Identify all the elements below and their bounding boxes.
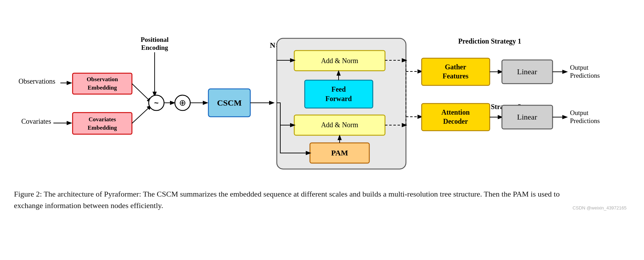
cscm-text: CSCM — [217, 98, 242, 107]
tilde-symbol: ~ — [154, 99, 158, 107]
architecture-diagram: Observations Covariates Observation Embe… — [15, 9, 629, 183]
attention-decoder-box — [422, 104, 490, 131]
output-predictions-bottom: Output — [570, 109, 589, 116]
positional-encoding-label: Positional — [140, 36, 168, 43]
covariates-embedding-text2: Embedding — [87, 124, 117, 131]
attention-decoder-text2: Decoder — [443, 117, 468, 125]
attention-decoder-text: Attention — [441, 108, 469, 116]
gather-features-text: Gather — [445, 63, 466, 71]
covariates-label: Covariates — [21, 117, 51, 125]
feed-forward-text2: Forward — [325, 95, 352, 102]
watermark: CSDN @weixin_43972165 — [572, 205, 627, 211]
observation-embedding-text2: Embedding — [87, 84, 117, 91]
svg-line-2 — [132, 84, 151, 102]
gather-features-text2: Features — [442, 72, 468, 80]
output-predictions-top2: Predictions — [570, 72, 600, 79]
linear-bottom-text: Linear — [517, 113, 537, 121]
add-norm-top-text: Add & Norm — [321, 57, 358, 64]
caption-wrapper: Figure 2: The architecture of Pyraformer… — [14, 185, 630, 211]
linear-top-text: Linear — [517, 67, 537, 76]
figure-caption: Figure 2: The architecture of Pyraformer… — [14, 188, 572, 211]
svg-line-3 — [132, 106, 151, 123]
output-predictions-bottom2: Predictions — [570, 117, 600, 124]
pam-text: PAM — [331, 148, 348, 157]
feed-forward-text: Feed — [331, 85, 346, 93]
feed-forward-box — [305, 80, 373, 108]
positional-encoding-label2: Encoding — [141, 44, 168, 51]
main-container: Observations Covariates Observation Embe… — [0, 0, 644, 260]
observations-label: Observations — [18, 77, 55, 85]
plus-symbol: ⊕ — [179, 98, 186, 107]
gather-features-box — [422, 58, 490, 85]
diagram-area: Observations Covariates Observation Embe… — [14, 7, 630, 185]
output-predictions-top: Output — [570, 64, 589, 71]
prediction-strategy-1-label: Prediction Strategy 1 — [458, 37, 521, 45]
observation-embedding-text: Observation — [87, 76, 118, 83]
covariates-embedding-text: Covariates — [88, 116, 116, 123]
add-norm-bottom-text: Add & Norm — [321, 121, 358, 129]
